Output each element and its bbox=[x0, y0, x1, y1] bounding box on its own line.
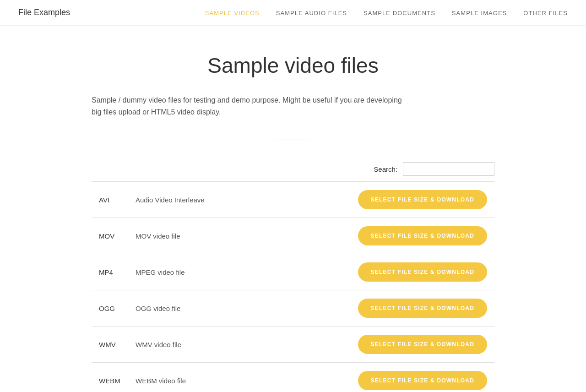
download-button-webm[interactable]: SELECT FILE SIZE & DOWNLOAD bbox=[358, 371, 487, 390]
section-divider bbox=[275, 140, 311, 140]
file-format-avi: AVI bbox=[92, 182, 128, 218]
search-label: Search: bbox=[374, 165, 397, 173]
nav-link-sample-images[interactable]: SAMPLE IMAGES bbox=[452, 10, 507, 16]
file-description-mov: MOV video file bbox=[128, 218, 263, 254]
table-row: WMVWMV video fileSELECT FILE SIZE & DOWN… bbox=[92, 327, 494, 363]
file-format-wmv: WMV bbox=[92, 327, 128, 363]
page-title: Sample video files bbox=[92, 53, 494, 78]
nav-link-sample-audio-files[interactable]: SAMPLE AUDIO FILES bbox=[276, 10, 347, 16]
file-description-mp4: MPEG video file bbox=[128, 254, 263, 290]
nav-link-sample-documents[interactable]: SAMPLE DOCUMENTS bbox=[364, 10, 435, 16]
download-button-mp4[interactable]: SELECT FILE SIZE & DOWNLOAD bbox=[358, 262, 487, 282]
table-row: OGGOGG video fileSELECT FILE SIZE & DOWN… bbox=[92, 290, 494, 327]
file-description-ogg: OGG video file bbox=[128, 290, 263, 327]
download-button-avi[interactable]: SELECT FILE SIZE & DOWNLOAD bbox=[358, 190, 487, 209]
file-format-ogg: OGG bbox=[92, 290, 128, 327]
nav-links: SAMPLE VIDEOSSAMPLE AUDIO FILESSAMPLE DO… bbox=[205, 9, 568, 17]
nav-link-sample-videos[interactable]: SAMPLE VIDEOS bbox=[205, 10, 260, 16]
download-cell-mov: SELECT FILE SIZE & DOWNLOAD bbox=[263, 218, 494, 254]
download-cell-ogg: SELECT FILE SIZE & DOWNLOAD bbox=[263, 290, 494, 327]
brand-link[interactable]: File Examples bbox=[18, 8, 70, 17]
file-format-webm: WEBM bbox=[92, 363, 128, 392]
nav-link-other-files[interactable]: OTHER FILES bbox=[523, 10, 568, 16]
download-cell-mp4: SELECT FILE SIZE & DOWNLOAD bbox=[263, 254, 494, 290]
main-content: Sample video files Sample / dummy video … bbox=[73, 26, 513, 392]
table-row: MOVMOV video fileSELECT FILE SIZE & DOWN… bbox=[92, 218, 494, 254]
download-cell-avi: SELECT FILE SIZE & DOWNLOAD bbox=[263, 182, 494, 218]
file-description-avi: Audio Video Interleave bbox=[128, 182, 263, 218]
search-row: Search: bbox=[92, 162, 494, 176]
file-table: AVIAudio Video InterleaveSELECT FILE SIZ… bbox=[92, 181, 494, 392]
table-row: AVIAudio Video InterleaveSELECT FILE SIZ… bbox=[92, 182, 494, 218]
table-row: MP4MPEG video fileSELECT FILE SIZE & DOW… bbox=[92, 254, 494, 290]
download-button-ogg[interactable]: SELECT FILE SIZE & DOWNLOAD bbox=[358, 299, 487, 318]
file-description-webm: WEBM video file bbox=[128, 363, 263, 392]
file-description-wmv: WMV video file bbox=[128, 327, 263, 363]
main-nav: File Examples SAMPLE VIDEOSSAMPLE AUDIO … bbox=[0, 0, 586, 26]
download-button-mov[interactable]: SELECT FILE SIZE & DOWNLOAD bbox=[358, 226, 487, 245]
download-button-wmv[interactable]: SELECT FILE SIZE & DOWNLOAD bbox=[358, 335, 487, 354]
download-cell-wmv: SELECT FILE SIZE & DOWNLOAD bbox=[263, 327, 494, 363]
download-cell-webm: SELECT FILE SIZE & DOWNLOAD bbox=[263, 363, 494, 392]
table-row: WEBMWEBM video fileSELECT FILE SIZE & DO… bbox=[92, 363, 494, 392]
file-format-mov: MOV bbox=[92, 218, 128, 254]
page-description: Sample / dummy video files for testing a… bbox=[92, 94, 403, 118]
file-format-mp4: MP4 bbox=[92, 254, 128, 290]
search-input[interactable] bbox=[403, 162, 494, 176]
